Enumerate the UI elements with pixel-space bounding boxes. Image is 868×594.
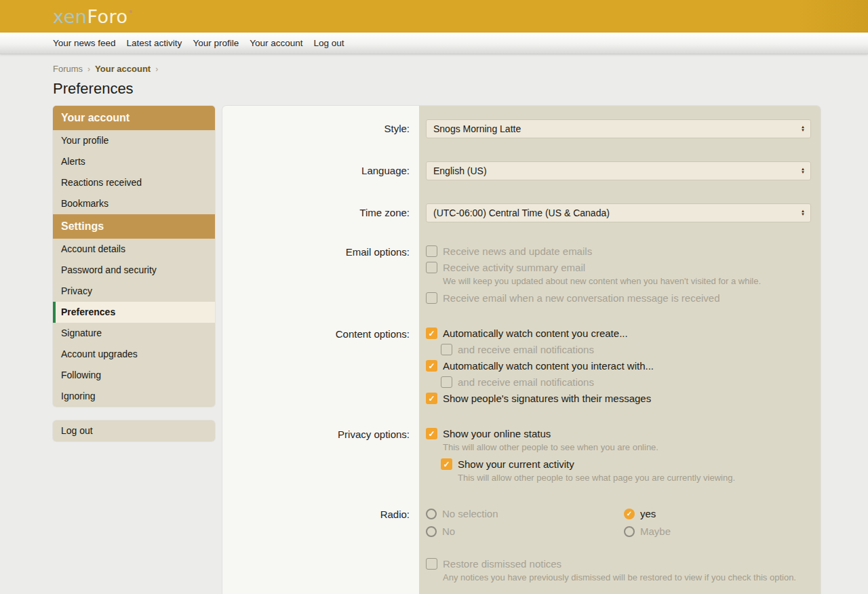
sidebar-item-signature[interactable]: Signature <box>53 323 215 344</box>
radio-maybe[interactable] <box>624 526 635 537</box>
online-status-label: Show your online status <box>443 428 551 439</box>
watch-interact-label: Automatically watch content you interact… <box>443 360 654 372</box>
activity-summary-checkbox[interactable] <box>426 262 437 273</box>
sidebar-item-your-profile[interactable]: Your profile <box>53 130 215 151</box>
style-select-value: Snogs Morning Latte <box>433 123 521 134</box>
account-sidebar: Your account Your profile Alerts Reactio… <box>53 106 215 441</box>
watch-create-checkbox[interactable] <box>426 328 437 339</box>
sidebar-item-preferences[interactable]: Preferences <box>53 302 215 323</box>
nav-your-news-feed[interactable]: Your news feed <box>47 38 121 48</box>
conversation-email-checkbox[interactable] <box>426 292 437 304</box>
sidebar-header-settings: Settings <box>53 214 215 239</box>
logo-text-xen: xen <box>53 6 87 27</box>
page-title: Preferences <box>53 80 868 98</box>
sidebar-item-log-out[interactable]: Log out <box>53 420 215 441</box>
receive-news-checkbox[interactable] <box>426 245 437 257</box>
breadcrumb-separator-icon: › <box>155 64 158 74</box>
restore-notices-hint: Any notices you have previously dismisse… <box>443 572 811 582</box>
sidebar-item-ignoring[interactable]: Ignoring <box>53 386 215 407</box>
watch-create-label: Automatically watch content you create..… <box>443 328 628 339</box>
breadcrumb-forums[interactable]: Forums <box>53 64 83 74</box>
current-activity-checkbox[interactable] <box>441 458 452 470</box>
language-label: Language: <box>222 161 419 180</box>
show-signatures-label: Show people's signatures with their mess… <box>443 393 651 404</box>
current-activity-label: Show your current activity <box>458 458 574 470</box>
watch-interact-email-checkbox[interactable] <box>441 376 452 388</box>
content-options-label: Content options: <box>222 328 419 409</box>
radio-no-selection[interactable] <box>426 509 437 519</box>
watch-create-email-label: and receive email notifications <box>458 344 594 355</box>
email-options-label: Email options: <box>222 245 419 309</box>
radio-no-label: No <box>442 526 455 537</box>
breadcrumb-separator-icon: › <box>87 64 90 74</box>
sidebar-item-password-and-security[interactable]: Password and security <box>53 260 215 281</box>
app-header: xenForo <box>0 0 868 33</box>
sidebar-item-account-upgrades[interactable]: Account upgrades <box>53 344 215 365</box>
conversation-email-label: Receive email when a new conversation me… <box>443 292 720 304</box>
sidebar-item-privacy[interactable]: Privacy <box>53 281 215 302</box>
watch-create-email-checkbox[interactable] <box>441 344 452 355</box>
restore-notices-label: Restore dismissed notices <box>443 558 561 570</box>
radio-yes[interactable] <box>624 509 635 519</box>
activity-summary-label: Receive activity summary email <box>443 262 585 273</box>
current-activity-hint: This will allow other people to see what… <box>458 473 811 483</box>
nav-your-account[interactable]: Your account <box>244 38 308 48</box>
preferences-form: Style: Snogs Morning Latte ▲▼ Language: … <box>222 106 821 594</box>
select-arrows-icon: ▲▼ <box>801 210 805 216</box>
nav-your-profile[interactable]: Your profile <box>187 38 244 48</box>
restore-notices-checkbox[interactable] <box>426 558 437 570</box>
radio-yes-label: yes <box>640 508 656 519</box>
receive-news-label: Receive news and update emails <box>443 245 592 257</box>
language-select-value: English (US) <box>433 165 487 176</box>
top-navbar: Your news feed Latest activity Your prof… <box>0 33 868 54</box>
sidebar-item-account-details[interactable]: Account details <box>53 239 215 260</box>
nav-log-out[interactable]: Log out <box>308 38 349 48</box>
language-select[interactable]: English (US) ▲▼ <box>426 161 811 180</box>
sidebar-item-following[interactable]: Following <box>53 365 215 386</box>
breadcrumb-your-account[interactable]: Your account <box>95 64 151 74</box>
logo-text-foro: Foro <box>87 6 127 27</box>
timezone-select-value: (UTC-06:00) Central Time (US & Canada) <box>433 207 610 218</box>
activity-summary-hint: We will keep you updated about new conte… <box>443 276 811 286</box>
radio-maybe-label: Maybe <box>640 526 671 537</box>
nav-latest-activity[interactable]: Latest activity <box>121 38 188 48</box>
style-select[interactable]: Snogs Morning Latte ▲▼ <box>426 119 811 138</box>
radio-no-selection-label: No selection <box>442 508 498 519</box>
notices-spacer <box>222 558 419 589</box>
select-arrows-icon: ▲▼ <box>801 167 805 174</box>
timezone-label: Time zone: <box>222 203 419 222</box>
registered-mark-icon <box>130 10 132 13</box>
sidebar-item-alerts[interactable]: Alerts <box>53 151 215 172</box>
radio-group-label: Radio: <box>222 508 419 537</box>
xenforo-logo[interactable]: xenForo <box>53 6 132 27</box>
online-status-checkbox[interactable] <box>426 428 437 439</box>
online-status-hint: This will allow other people to see when… <box>443 442 811 452</box>
sidebar-header-your-account: Your account <box>53 106 215 130</box>
sidebar-main-block: Your account Your profile Alerts Reactio… <box>53 106 215 407</box>
sidebar-item-bookmarks[interactable]: Bookmarks <box>53 193 215 214</box>
breadcrumb: Forums › Your account › <box>53 64 868 74</box>
watch-interact-checkbox[interactable] <box>426 360 437 372</box>
radio-no[interactable] <box>426 526 437 537</box>
timezone-select[interactable]: (UTC-06:00) Central Time (US & Canada) ▲… <box>426 203 811 222</box>
privacy-options-label: Privacy options: <box>222 428 419 489</box>
style-label: Style: <box>222 119 419 138</box>
page-content: Forums › Your account › Preferences Your… <box>0 54 868 594</box>
sidebar-item-reactions-received[interactable]: Reactions received <box>53 172 215 193</box>
sidebar-logout-block: Log out <box>53 420 215 441</box>
show-signatures-checkbox[interactable] <box>426 393 437 404</box>
watch-interact-email-label: and receive email notifications <box>458 376 594 388</box>
select-arrows-icon: ▲▼ <box>801 125 805 132</box>
